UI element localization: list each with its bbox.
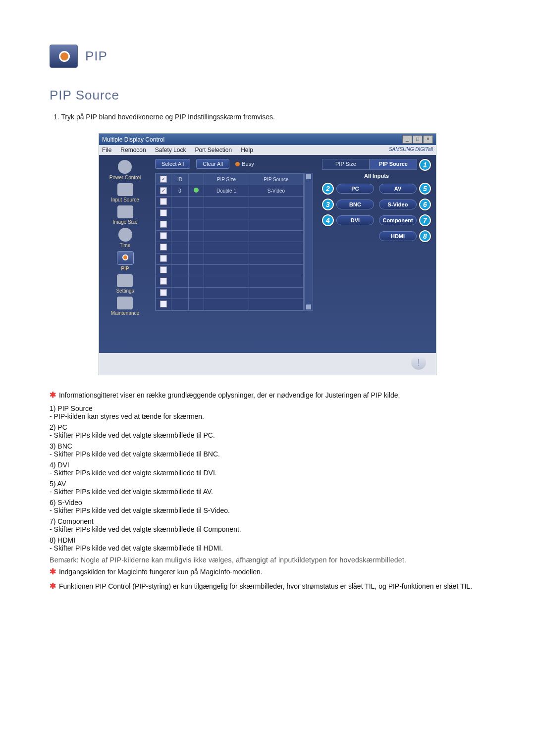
- list-item: 8) HDMI - Skifter PIPs kilde ved det val…: [50, 536, 485, 552]
- table-row: [156, 299, 304, 310]
- main-panel: Select All Clear All Busy ID: [151, 155, 317, 353]
- callout-8: 8: [419, 230, 431, 242]
- dvi-button[interactable]: DVI: [336, 215, 374, 225]
- callout-3: 3: [322, 199, 334, 210]
- info-icon: !: [411, 355, 426, 370]
- menu-safety-lock[interactable]: Safety Lock: [155, 147, 186, 153]
- row-checkbox[interactable]: [160, 221, 167, 228]
- callout-2: 2: [322, 183, 334, 195]
- sidebar-item-label: Time: [120, 243, 131, 248]
- col-pip-size: PIP Size: [204, 174, 249, 185]
- table-row: [156, 231, 304, 242]
- sidebar-item-power-control[interactable]: Power Control: [109, 160, 141, 180]
- image-size-icon: [117, 205, 133, 218]
- callout-5: 5: [419, 183, 431, 195]
- col-status: [189, 174, 204, 185]
- callout-6: 6: [419, 199, 431, 210]
- menu-remocon[interactable]: Remocon: [120, 147, 146, 153]
- select-all-button[interactable]: Select All: [155, 159, 190, 169]
- table-row: [156, 265, 304, 276]
- sidebar-item-image-size[interactable]: Image Size: [112, 205, 137, 225]
- settings-icon: [117, 274, 133, 287]
- table-row[interactable]: 0 Double 1 S-Video: [156, 185, 304, 197]
- list-item: 6) S-Video - Skifter PIPs kilde ved det …: [50, 499, 485, 514]
- tab-pip-source-label: PIP Source: [379, 161, 408, 167]
- header-checkbox[interactable]: [160, 176, 167, 183]
- pc-button[interactable]: PC: [336, 184, 374, 194]
- col-pip-source: PIP Source: [249, 174, 303, 185]
- av-button[interactable]: AV: [379, 184, 417, 194]
- sidebar-item-label: Settings: [116, 288, 134, 294]
- window-titlebar: Multiple Display Control _ □ ×: [99, 134, 436, 145]
- component-button[interactable]: Component: [379, 215, 417, 225]
- list-item: 4) DVI - Skifter PIPs kilde ved det valg…: [50, 461, 485, 477]
- row-checkbox[interactable]: [160, 244, 167, 251]
- callout-7: 7: [419, 214, 431, 226]
- input-source-icon: [117, 183, 133, 196]
- row-checkbox[interactable]: [160, 289, 167, 296]
- star-icon: ✱: [50, 582, 56, 590]
- table-row: [156, 276, 304, 288]
- page-title: PIP: [85, 49, 107, 64]
- sidebar-item-input-source[interactable]: Input Source: [111, 183, 139, 202]
- menu-port-selection[interactable]: Port Selection: [195, 147, 232, 153]
- brand-label: SAMSUNG DIGITall: [389, 147, 433, 153]
- row-checkbox[interactable]: [160, 198, 167, 205]
- row-checkbox[interactable]: [160, 209, 167, 216]
- remark-text: Bemærk: Nogle af PIP-kilderne kan muligv…: [50, 556, 485, 564]
- table-row: [156, 253, 304, 265]
- tab-pip-size[interactable]: PIP Size: [322, 159, 370, 170]
- list-item: 7) Component - Skifter PIPs kilde ved de…: [50, 517, 485, 533]
- maximize-button[interactable]: □: [413, 135, 423, 144]
- table-row: [156, 208, 304, 219]
- pip-icon: [50, 45, 78, 68]
- close-button[interactable]: ×: [423, 135, 433, 144]
- menu-file[interactable]: File: [102, 147, 111, 153]
- grid-toolbar: Select All Clear All Busy: [155, 159, 313, 169]
- sidebar-item-label: Input Source: [111, 197, 139, 202]
- table-row: [156, 288, 304, 299]
- row-checkbox[interactable]: [160, 255, 167, 262]
- sidebar-item-pip[interactable]: PIP: [117, 251, 134, 271]
- row-checkbox[interactable]: [160, 266, 167, 273]
- minimize-button[interactable]: _: [402, 135, 412, 144]
- note-intro-text: Informationsgitteret viser en række grun…: [59, 391, 400, 399]
- cell-pip-source: S-Video: [249, 185, 303, 197]
- busy-dot-icon: [235, 162, 240, 166]
- sidebar-item-label: Maintenance: [111, 310, 139, 316]
- table-row: [156, 197, 304, 208]
- footer-note-2: ✱ Funktionen PIP Control (PIP-styring) e…: [50, 581, 485, 591]
- svideo-button[interactable]: S-Video: [379, 200, 417, 209]
- clear-all-button[interactable]: Clear All: [196, 159, 229, 169]
- row-checkbox[interactable]: [160, 301, 167, 307]
- sidebar-item-time[interactable]: Time: [118, 228, 132, 248]
- scroll-up-icon[interactable]: [306, 174, 311, 179]
- all-inputs-label: All Inputs: [322, 170, 431, 183]
- scrollbar[interactable]: [304, 173, 313, 311]
- bnc-button[interactable]: BNC: [336, 200, 374, 209]
- sidebar-item-maintenance[interactable]: Maintenance: [111, 297, 139, 316]
- table-row: [156, 242, 304, 253]
- star-icon: ✱: [50, 391, 56, 399]
- sidebar-item-label: PIP: [121, 266, 129, 271]
- col-id: ID: [171, 174, 189, 185]
- tab-pip-source[interactable]: PIP Source: [370, 159, 417, 170]
- note-intro: ✱ Informationsgitteret viser en række gr…: [50, 390, 485, 400]
- list-item: 3) BNC - Skifter PIPs kilde ved det valg…: [50, 442, 485, 458]
- row-checkbox[interactable]: [160, 187, 167, 194]
- sidebar: Power Control Input Source Image Size Ti…: [99, 155, 151, 353]
- sidebar-item-settings[interactable]: Settings: [116, 274, 134, 294]
- window-buttons: _ □ ×: [402, 135, 433, 144]
- cell-pip-size: Double 1: [204, 185, 249, 197]
- scroll-down-icon[interactable]: [306, 304, 311, 309]
- menubar: File Remocon Safety Lock Port Selection …: [99, 145, 436, 155]
- row-checkbox[interactable]: [160, 278, 167, 285]
- row-checkbox[interactable]: [160, 232, 167, 239]
- callout-1: 1: [419, 159, 431, 171]
- hdmi-button[interactable]: HDMI: [379, 231, 417, 241]
- menu-help[interactable]: Help: [241, 147, 253, 153]
- callout-4: 4: [322, 214, 334, 226]
- window-title: Multiple Display Control: [102, 136, 164, 143]
- busy-indicator: Busy: [235, 161, 254, 167]
- section-title: PIP Source: [50, 88, 485, 103]
